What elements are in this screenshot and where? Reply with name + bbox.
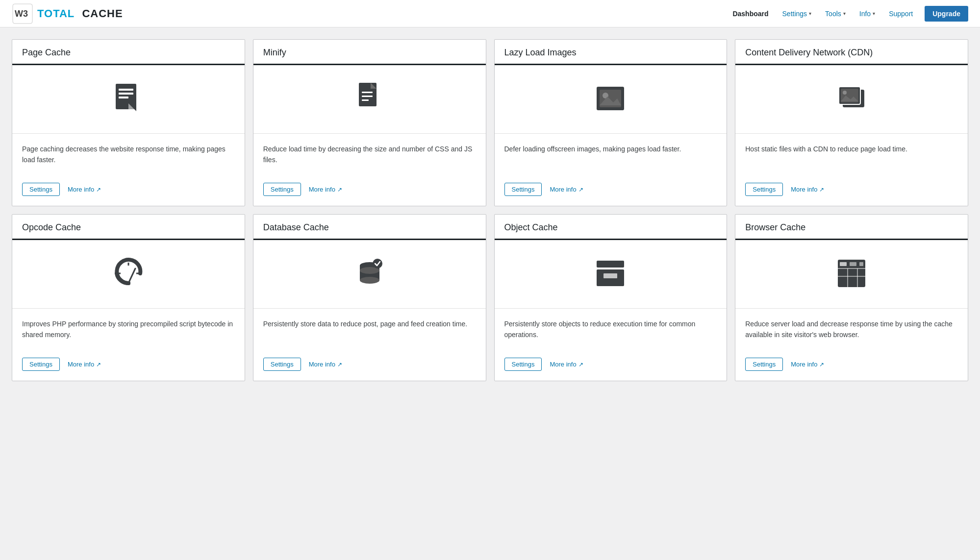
svg-point-20: [843, 91, 847, 95]
card-database-cache-actions: Settings More info ↗: [263, 358, 476, 371]
external-link-icon: ↗: [337, 361, 342, 368]
card-lazy-load-description: Defer loading offscreen images, making p…: [504, 144, 717, 173]
svg-point-31: [373, 259, 382, 268]
svg-point-29: [360, 277, 379, 284]
nav-settings[interactable]: Settings ▾: [777, 7, 818, 21]
card-opcode-cache-icon-area: [12, 240, 245, 309]
card-page-cache-title: Page Cache: [22, 48, 235, 58]
cdn-icon: [834, 81, 869, 118]
card-page-cache-body: Page caching decreases the website respo…: [12, 134, 245, 206]
card-page-cache-settings-button[interactable]: Settings: [22, 183, 60, 196]
header: W3 TOTAL CACHE Dashboard Settings ▾ Tool…: [0, 0, 980, 27]
card-minify-title: Minify: [263, 48, 476, 58]
card-minify-header: Minify: [253, 40, 486, 65]
card-lazy-load-body: Defer loading offscreen images, making p…: [495, 134, 727, 206]
card-cdn-description: Host static files with a CDN to reduce p…: [745, 144, 958, 173]
svg-rect-34: [603, 273, 617, 278]
card-cdn-header: Content Delivery Network (CDN): [735, 40, 968, 65]
card-browser-cache-settings-button[interactable]: Settings: [745, 358, 783, 371]
card-opcode-cache-more-info-link[interactable]: More info ↗: [68, 361, 101, 368]
svg-rect-11: [362, 96, 373, 97]
main-nav: Dashboard Settings ▾ Tools ▾ Info ▾ Supp…: [727, 6, 968, 22]
card-browser-cache-icon-area: [735, 240, 968, 309]
card-object-cache-actions: Settings More info ↗: [504, 358, 717, 371]
card-opcode-cache-header: Opcode Cache: [12, 215, 245, 240]
card-browser-cache: Browser Cache: [735, 214, 968, 381]
card-page-cache: Page Cache Page caching decreases the we…: [12, 39, 245, 206]
database-icon: [352, 256, 387, 292]
nav-dashboard[interactable]: Dashboard: [727, 7, 774, 21]
nav-support[interactable]: Support: [883, 7, 919, 21]
minify-icon: [352, 81, 387, 118]
card-lazy-load-more-info-link[interactable]: More info ↗: [550, 186, 583, 193]
card-object-cache-title: Object Cache: [504, 222, 717, 233]
card-object-cache: Object Cache Persistently store objects …: [494, 214, 728, 381]
svg-rect-12: [362, 99, 369, 101]
nav-tools[interactable]: Tools ▾: [819, 7, 852, 21]
svg-text:W3: W3: [15, 9, 28, 19]
card-minify-body: Reduce load time by decreasing the size …: [253, 134, 486, 206]
card-object-cache-body: Persistently store objects to reduce exe…: [495, 309, 727, 381]
card-minify-settings-button[interactable]: Settings: [263, 183, 301, 196]
external-link-icon: ↗: [96, 361, 101, 368]
logo: W3 TOTAL CACHE: [12, 3, 123, 24]
card-opcode-cache-description: Improves PHP performance by storing prec…: [22, 318, 235, 348]
card-opcode-cache-actions: Settings More info ↗: [22, 358, 235, 371]
external-link-icon: ↗: [578, 186, 583, 193]
card-page-cache-actions: Settings More info ↗: [22, 183, 235, 196]
card-cdn-icon-area: [735, 65, 968, 134]
logo-text: TOTAL CACHE: [37, 7, 123, 20]
external-link-icon: ↗: [819, 361, 824, 368]
card-database-cache-settings-button[interactable]: Settings: [263, 358, 301, 371]
svg-rect-40: [840, 262, 847, 266]
card-page-cache-more-info-link[interactable]: More info ↗: [68, 186, 101, 193]
svg-rect-41: [850, 262, 856, 266]
card-database-cache: Database Cache Persi: [253, 214, 486, 381]
card-cdn-more-info-link[interactable]: More info ↗: [791, 186, 824, 193]
external-link-icon: ↗: [819, 186, 824, 193]
card-lazy-load-settings-button[interactable]: Settings: [504, 183, 542, 196]
card-database-cache-description: Persistently store data to reduce post, …: [263, 318, 476, 348]
card-page-cache-description: Page caching decreases the website respo…: [22, 144, 235, 173]
card-object-cache-header: Object Cache: [495, 215, 727, 240]
card-database-cache-title: Database Cache: [263, 222, 476, 233]
svg-rect-4: [119, 93, 133, 95]
card-minify-more-info-link[interactable]: More info ↗: [309, 186, 342, 193]
card-lazy-load: Lazy Load Images Defer loading offscreen…: [494, 39, 728, 206]
card-cdn-body: Host static files with a CDN to reduce p…: [735, 134, 968, 206]
card-browser-cache-more-info-link[interactable]: More info ↗: [791, 361, 824, 368]
card-object-cache-more-info-link[interactable]: More info ↗: [550, 361, 583, 368]
main-content: Page Cache Page caching decreases the we…: [0, 27, 980, 393]
svg-line-25: [128, 268, 135, 283]
card-minify: Minify Reduce load time by decreasing th…: [253, 39, 486, 206]
svg-rect-32: [597, 261, 624, 268]
card-opcode-cache-title: Opcode Cache: [22, 222, 235, 233]
upgrade-button[interactable]: Upgrade: [925, 6, 968, 22]
card-object-cache-settings-button[interactable]: Settings: [504, 358, 542, 371]
card-database-cache-icon-area: [253, 240, 486, 309]
card-minify-description: Reduce load time by decreasing the size …: [263, 144, 476, 173]
nav-info[interactable]: Info ▾: [854, 7, 881, 21]
card-cdn-settings-button[interactable]: Settings: [745, 183, 783, 196]
external-link-icon: ↗: [96, 186, 101, 193]
card-lazy-load-title: Lazy Load Images: [504, 48, 717, 58]
card-database-cache-header: Database Cache: [253, 215, 486, 240]
external-link-icon: ↗: [578, 361, 583, 368]
opcode-icon: [111, 256, 146, 292]
svg-rect-3: [119, 89, 133, 91]
card-cdn-actions: Settings More info ↗: [745, 183, 958, 196]
svg-rect-10: [362, 92, 373, 93]
svg-point-26: [126, 281, 130, 285]
card-object-cache-description: Persistently store objects to reduce exe…: [504, 318, 717, 348]
card-database-cache-body: Persistently store data to reduce post, …: [253, 309, 486, 381]
svg-rect-5: [119, 97, 128, 98]
svg-rect-42: [859, 262, 863, 266]
logo-icon: W3: [12, 3, 33, 24]
card-opcode-cache-settings-button[interactable]: Settings: [22, 358, 60, 371]
page-cache-icon: [111, 81, 146, 118]
browser-cache-icon: [834, 256, 869, 292]
card-browser-cache-description: Reduce server load and decrease response…: [745, 318, 958, 348]
card-minify-icon-area: [253, 65, 486, 134]
card-database-cache-more-info-link[interactable]: More info ↗: [309, 361, 342, 368]
cards-grid: Page Cache Page caching decreases the we…: [12, 39, 968, 381]
